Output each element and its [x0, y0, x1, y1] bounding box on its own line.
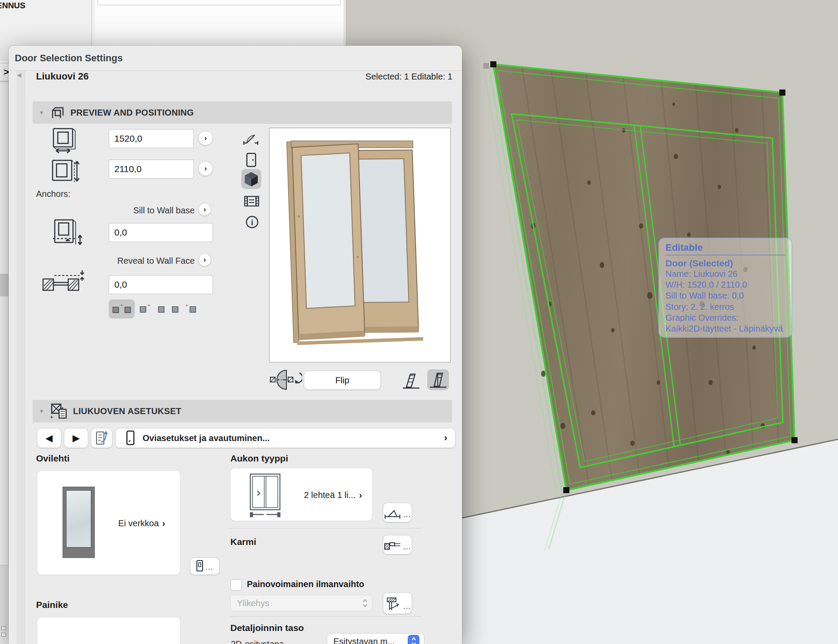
tooltip-line: Kaikki2D-täytteet - Läpinäkyvä — [665, 323, 785, 334]
element-name: Liukuovi 26 — [36, 71, 89, 82]
collapse-section-icon[interactable]: ▼ — [39, 110, 44, 116]
anchor-square-icon: ▨ — [171, 304, 179, 314]
threshold-icon — [384, 508, 401, 519]
anchor-square-icon: ▨ — [124, 304, 132, 314]
background-tab-label: ENNUS — [0, 1, 26, 10]
anchor-position-selected-button[interactable]: ▨ ⁺ ▨ — [109, 299, 135, 319]
tilt-left-icon[interactable] — [402, 372, 420, 390]
page-icon — [1, 626, 6, 630]
chevron-right-icon: › — [204, 134, 207, 143]
plus-icon: ⁺ — [185, 303, 188, 310]
representation-value: Esitystavan m... — [333, 637, 395, 644]
anchors-label: Anchors: — [36, 189, 70, 199]
page-icon — [1, 633, 6, 637]
chevron-right-icon: › — [359, 490, 362, 500]
section-title: PREVIEW AND POSITIONING — [70, 108, 194, 118]
more-label: ... — [205, 563, 213, 572]
stepper-icon — [362, 599, 368, 607]
door-preview-pane[interactable] — [269, 128, 451, 362]
chevron-right-icon: › — [204, 164, 207, 173]
tooltip-line: Name: Liukuovi 26 — [665, 269, 785, 279]
ventilation-icon — [384, 597, 401, 611]
flip-label: Flip — [335, 375, 349, 385]
aukon-tyyppi-value: 2 lehteä 1 li... — [304, 490, 356, 500]
ovilehti-label: Ovilehti — [36, 453, 70, 464]
stepper-blue-icon — [408, 635, 419, 644]
flip-button[interactable]: Flip — [304, 371, 381, 390]
collapse-section-icon[interactable]: ▼ — [39, 408, 44, 415]
gravity-ventilation-checkbox[interactable] — [230, 579, 242, 591]
tooltip-line: W/H: 1520,0 / 2110,0 — [665, 279, 785, 290]
dialog-side-gutter[interactable] — [17, 71, 25, 644]
representation-dropdown[interactable]: Esitystavan m... — [327, 633, 424, 644]
height-options-button[interactable]: › — [198, 161, 213, 176]
reveal-to-wall-face-input[interactable] — [109, 275, 213, 294]
anchor-position-button[interactable]: ⁺ ▨ — [185, 304, 196, 314]
detaljoinnin-taso-label: Detaljoinnin taso — [230, 623, 304, 633]
elevation-view-icon[interactable] — [246, 153, 256, 167]
tooltip-divider — [665, 255, 785, 256]
more-label: ... — [403, 602, 411, 611]
sill-to-wall-base-label: Sill to Wall base — [87, 206, 195, 216]
door-leaf-glass — [66, 490, 91, 548]
section-view-icon[interactable] — [243, 194, 260, 208]
collapse-left-icon[interactable]: ◀ — [17, 72, 21, 78]
transfer-settings-button[interactable] — [91, 428, 113, 448]
section-liukuoven-asetukset[interactable]: ▼ LIUKUOVEN ASETUKSET — [33, 400, 452, 422]
karmi-more-button[interactable]: ... — [383, 535, 412, 554]
gravity-ventilation-label: Painovoimainen ilmanvaihto — [247, 579, 364, 589]
preview-door-render — [287, 136, 423, 345]
vent-type-dropdown[interactable]: Ylikehys — [230, 595, 372, 611]
sidebar-selected-row — [0, 274, 9, 296]
aukon-tyyppi-selector-card[interactable]: 2 lehteä 1 li... › — [230, 468, 372, 521]
door-frame-icon — [50, 106, 64, 119]
plus-icon: ⁺ — [147, 303, 150, 310]
anchor-position-button[interactable]: ▨ — [157, 304, 165, 314]
sill-anchor-icon — [51, 219, 85, 247]
next-page-button[interactable]: ▶ — [64, 428, 88, 448]
door-width-input[interactable] — [109, 129, 194, 148]
previous-page-button[interactable]: ◀ — [37, 428, 61, 448]
tooltip-line: Sill to Wall base: 0,0 — [665, 290, 785, 301]
sliding-door-type-icon — [249, 473, 282, 518]
info-icon[interactable]: i — [245, 215, 259, 229]
karmi-label: Karmi — [230, 537, 256, 547]
representation-label: 2D-esitystapa — [231, 639, 284, 644]
section-preview-positioning[interactable]: ▼ PREVIEW AND POSITIONING — [33, 101, 452, 124]
chevron-right-icon: › — [444, 432, 447, 444]
sill-to-wall-base-input[interactable] — [109, 223, 213, 242]
info-glyph: i — [251, 218, 253, 227]
ovilehti-selector-card[interactable]: Ei verkkoa › — [37, 471, 180, 575]
vent-type-value: Ylikehys — [237, 598, 269, 608]
background-sidebar — [0, 61, 9, 644]
mirror-axis-icon — [270, 369, 302, 390]
sill-options-button[interactable]: › — [198, 203, 211, 216]
tooltip-line: Story: 2. 2. kerros — [665, 302, 785, 312]
anchor-position-button[interactable]: ▨ — [171, 304, 179, 314]
width-options-button[interactable]: › — [198, 131, 213, 146]
plan-view-icon[interactable] — [243, 132, 259, 146]
tooltip-line: Graphic Overrides: — [665, 312, 785, 323]
threshold-more-button[interactable]: ... — [383, 503, 412, 522]
door-leaf-icon — [125, 430, 136, 446]
anchor-position-button[interactable]: ▨ ⁺ — [139, 304, 150, 314]
reveal-options-button[interactable]: › — [198, 253, 211, 266]
expand-glyph: > — [3, 66, 9, 78]
anchor-square-icon: ▨ — [112, 304, 120, 314]
dialog-header[interactable]: Door Selection Settings — [9, 46, 462, 71]
background-field — [97, 0, 341, 5]
selection-status: Selected: 1 Editable: 1 — [366, 72, 452, 82]
painike-selector-card[interactable]: Ei › — [37, 617, 180, 644]
tooltip-status: Editable — [665, 242, 785, 253]
tilt-right-button-selected[interactable] — [427, 369, 449, 390]
vent-more-button[interactable]: ... — [383, 592, 412, 614]
anchor-square-icon: ▨ — [189, 304, 196, 314]
view-3d-button[interactable] — [241, 169, 261, 189]
frame-section-icon — [384, 540, 401, 551]
page-selector-button[interactable]: Oviasetukset ja avautuminen... › — [115, 428, 456, 448]
sidebar-footer — [0, 565, 9, 644]
reveal-to-wall-face-label: Reveal to Wall Face — [70, 256, 195, 266]
dialog-title: Door Selection Settings — [15, 53, 123, 64]
door-height-input[interactable] — [109, 159, 194, 179]
ovilehti-more-button[interactable]: ... — [190, 558, 219, 575]
